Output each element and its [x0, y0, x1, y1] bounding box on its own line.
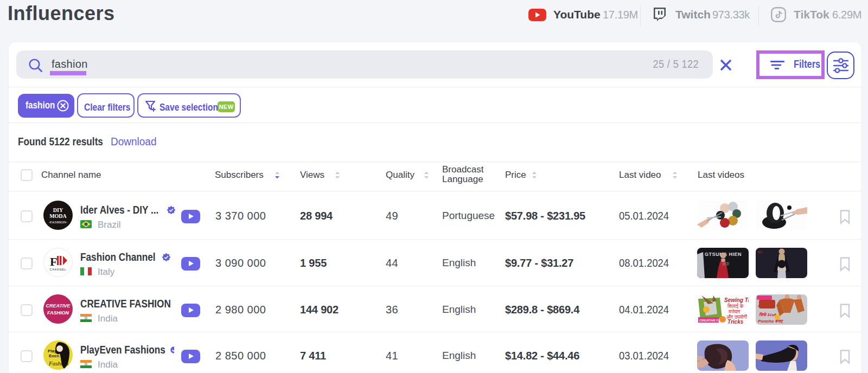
svg-text:मजेदार: मजेदार: [728, 308, 741, 314]
svg-text:Play: Play: [48, 349, 57, 353]
svg-text:-FASHION-: -FASHION-: [49, 220, 68, 224]
svg-text:CHANNEL: CHANNEL: [50, 268, 67, 271]
svg-text:FASHION: FASHION: [47, 310, 69, 316]
svg-text:F: F: [50, 255, 57, 268]
svg-text:MODA: MODA: [49, 213, 67, 219]
svg-text:सिलाई के: सिलाई के: [727, 303, 744, 309]
svg-text:遖京: 遖京: [722, 262, 730, 266]
svg-text:Fashion: Fashion: [48, 360, 69, 366]
svg-text:Poncho बनाए: Poncho बनाए: [758, 319, 783, 324]
svg-text:Sewing Tricks: Sewing Tricks: [724, 297, 749, 303]
svg-text:Even: Even: [49, 353, 59, 358]
svg-text:DIY: DIY: [53, 207, 63, 213]
svg-text:Tricks: Tricks: [727, 319, 744, 325]
svg-text:सिर्फ 1cut: सिर्फ 1cut: [759, 312, 776, 317]
svg-text:शर्तзайм: शर्तзайм: [757, 304, 771, 308]
svg-text:CREATIVE: CREATIVE: [46, 303, 71, 308]
svg-text:EC: EC: [758, 250, 763, 254]
